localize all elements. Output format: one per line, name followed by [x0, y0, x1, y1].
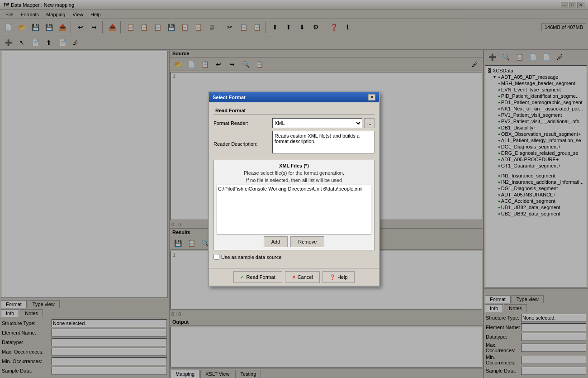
format-reader-label: Format Reader: [213, 120, 272, 126]
use-sample-row: Use as sample data source [213, 254, 375, 260]
help-icon: ❓ [329, 274, 336, 280]
help-btn[interactable]: ❓ Help [322, 271, 355, 283]
x-icon: ✕ [292, 274, 296, 280]
use-sample-label: Use as sample data source [221, 254, 281, 260]
cancel-label: Cancel [298, 274, 313, 280]
read-format-btn[interactable]: ✓ Read Format [233, 271, 282, 283]
modal-close-btn[interactable]: ✕ [368, 94, 375, 100]
reader-desc-label: Reader Description: [213, 141, 272, 147]
reader-desc-text: Reads custom XML file(s) and builds a fo… [272, 131, 375, 153]
format-reader-row: Format Reader: XML HL7 CSV Fixed Width J… [213, 118, 375, 128]
add-file-btn[interactable]: Add [264, 236, 288, 247]
checkmark-icon: ✓ [240, 274, 244, 280]
modal-body: Read Format Format Reader: XML HL7 CSV F… [209, 102, 379, 268]
xml-files-title: XML Files (*) [217, 163, 371, 168]
file-hint2: If no file is selected, then all list wi… [217, 177, 371, 183]
cancel-btn[interactable]: ✕ Cancel [285, 271, 320, 283]
modal-titlebar: Select Format ✕ [209, 92, 379, 102]
format-reader-browse-btn[interactable]: ... [364, 118, 375, 128]
modal-title: Select Format [213, 95, 246, 100]
modal-footer: ✓ Read Format ✕ Cancel ❓ Help [209, 268, 379, 286]
read-format-label: Read Format [246, 274, 275, 280]
reader-desc-row: Reader Description: Reads custom XML fil… [213, 131, 375, 157]
file-list[interactable]: C:\PilotFish eiConsole Working Directori… [217, 185, 371, 234]
xml-files-section: XML Files (*) Please select file(s) for … [213, 160, 375, 250]
help-label: Help [337, 274, 348, 280]
modal-section-title: Read Format [213, 107, 375, 115]
remove-file-btn[interactable]: Remove [290, 236, 324, 247]
modal-overlay: Select Format ✕ Read Format Format Reade… [0, 0, 588, 378]
use-sample-checkbox[interactable] [213, 254, 219, 260]
format-reader-wrap: XML HL7 CSV Fixed Width JSON EDI ... [272, 118, 375, 128]
file-hint1: Please select file(s) for the format gen… [217, 170, 371, 176]
select-format-dialog: Select Format ✕ Read Format Format Reade… [208, 91, 380, 287]
file-path-item: C:\PilotFish eiConsole Working Directori… [218, 186, 370, 191]
format-reader-select[interactable]: XML HL7 CSV Fixed Width JSON EDI [272, 118, 362, 128]
file-buttons: Add Remove [217, 236, 371, 247]
